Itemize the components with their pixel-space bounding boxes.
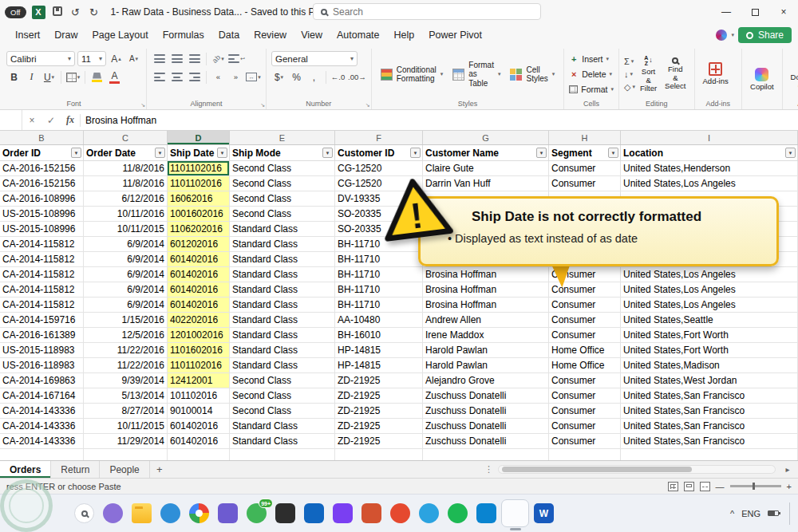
align-middle-button[interactable] — [169, 51, 184, 67]
cell[interactable]: Second Class — [230, 176, 335, 191]
cell[interactable]: Consumer — [549, 328, 621, 343]
taskbar-search-icon[interactable] — [74, 503, 94, 523]
cell[interactable]: 601202016 — [168, 237, 230, 252]
column-header-H[interactable]: Segment▼ — [549, 145, 621, 161]
search-input[interactable] — [333, 6, 533, 18]
cell[interactable]: 601402016 — [168, 267, 230, 282]
cell[interactable]: United States,Los Angeles — [621, 298, 798, 313]
copilot-icon[interactable] — [103, 503, 123, 523]
increase-font-size-button[interactable]: A▴ — [109, 51, 124, 67]
comma-style-button[interactable]: , — [306, 69, 322, 85]
cell[interactable]: ZD-21925 — [335, 388, 423, 404]
hidden-icons-chevron[interactable]: ^ — [730, 509, 734, 518]
cell[interactable]: 11/8/2016 — [84, 176, 168, 191]
cell[interactable] — [549, 449, 621, 460]
cell[interactable]: 601402016 — [168, 419, 230, 434]
cell[interactable]: 1/15/2016 — [84, 313, 168, 328]
cell[interactable]: Home Office — [549, 343, 621, 358]
page-break-view-button[interactable] — [700, 482, 710, 491]
filter-button[interactable]: ▼ — [155, 148, 165, 158]
normal-view-button[interactable] — [668, 482, 678, 491]
zoom-slider[interactable] — [730, 485, 781, 487]
sheet-tab-orders[interactable]: Orders — [0, 461, 51, 478]
snipping-tool-icon[interactable] — [218, 503, 238, 523]
column-letter-E[interactable]: E — [230, 131, 335, 144]
cell[interactable]: Zuschuss Donatelli — [423, 434, 549, 449]
file-explorer-icon[interactable] — [132, 503, 152, 523]
cell[interactable]: Consumer — [549, 313, 621, 328]
cell[interactable]: United States,San Francisco — [621, 388, 798, 404]
filter-button[interactable]: ▼ — [608, 148, 618, 158]
minimize-button[interactable]: — — [712, 0, 741, 24]
decrease-indent-button[interactable]: « — [211, 69, 226, 85]
cell[interactable]: 601402016 — [168, 252, 230, 267]
cell[interactable]: 9/39/2014 — [84, 373, 168, 388]
cell[interactable]: United States,Seattle — [621, 313, 798, 328]
increase-indent-button[interactable]: » — [228, 69, 243, 85]
cell[interactable]: 11/22/2016 — [84, 343, 168, 358]
merge-center-button[interactable]: ↔▾ — [246, 69, 261, 85]
cell[interactable]: Consumer — [549, 161, 621, 176]
zoom-slider-thumb[interactable] — [753, 483, 755, 490]
align-center-button[interactable] — [169, 69, 184, 85]
cell[interactable]: ZD-21925 — [335, 373, 423, 388]
cell[interactable]: 16062016 — [168, 191, 230, 207]
cell[interactable]: 12/5/2016 — [84, 328, 168, 343]
cell[interactable]: Consumer — [549, 419, 621, 434]
cell[interactable]: 402202016 — [168, 313, 230, 328]
cell[interactable]: 6/9/2014 — [84, 298, 168, 313]
page-layout-view-button[interactable] — [684, 482, 694, 491]
cell[interactable] — [621, 449, 798, 460]
cell[interactable] — [423, 449, 549, 460]
ribbon-tab-page-layout[interactable]: Page Layout — [85, 26, 155, 44]
cell[interactable]: United States,Madison — [621, 358, 798, 373]
cell[interactable]: Harold Pawlan — [423, 343, 549, 358]
font-size-select[interactable]: 11▾ — [77, 51, 106, 66]
cell[interactable]: Standard Class — [230, 282, 335, 298]
cell[interactable] — [0, 449, 84, 460]
enter-check-icon[interactable]: ✓ — [41, 115, 61, 126]
column-header-F[interactable]: Customer ID▼ — [335, 145, 423, 161]
borders-button[interactable]: ▾ — [65, 69, 81, 85]
cell[interactable]: United States,Los Angeles — [621, 267, 798, 282]
cell[interactable]: United States,Fort Worth — [621, 328, 798, 343]
sheet-tab-return[interactable]: Return — [51, 461, 100, 478]
clipchamp-icon[interactable] — [333, 503, 353, 523]
column-letter-B[interactable]: B — [0, 131, 84, 144]
cell[interactable]: Standard Class — [230, 328, 335, 343]
cell[interactable]: Consumer — [549, 176, 621, 191]
search-bar[interactable] — [313, 3, 541, 20]
cell[interactable]: United States,Henderson — [621, 161, 798, 176]
cell[interactable]: Brosina Hoffman — [423, 267, 549, 282]
ribbon-tab-insert[interactable]: Insert — [8, 26, 47, 44]
ribbon-tab-formulas[interactable]: Formulas — [156, 26, 211, 44]
cell[interactable]: HP-14815 — [335, 343, 423, 358]
cell[interactable]: 8/27/2014 — [84, 404, 168, 419]
scroll-right-button[interactable]: ▸ — [780, 465, 795, 474]
cell[interactable]: Second Class — [230, 388, 335, 404]
percent-style-button[interactable]: % — [289, 69, 304, 85]
cell[interactable]: 6/9/2014 — [84, 267, 168, 282]
cell[interactable]: BH-11710 — [335, 267, 423, 282]
telegram-icon[interactable] — [419, 503, 439, 523]
clear-button[interactable]: ◇▾ — [624, 81, 635, 93]
dialog-launcher-icon[interactable]: ↘ — [365, 102, 370, 108]
cell[interactable]: 1101602016 — [168, 343, 230, 358]
cell[interactable]: Standard Class — [230, 222, 335, 237]
cell[interactable]: CA-2016-152156 — [0, 176, 84, 191]
cell[interactable]: 90100014 — [168, 404, 230, 419]
cell[interactable]: BH-11710 — [335, 252, 423, 267]
ribbon-tab-help[interactable]: Help — [387, 26, 422, 44]
cell[interactable]: CA-2014-143336 — [0, 434, 84, 449]
redo-icon[interactable]: ↻ — [88, 6, 101, 18]
column-letter-C[interactable]: C — [84, 131, 168, 144]
user-presence-icon[interactable] — [716, 30, 727, 41]
cell[interactable]: Standard Class — [230, 298, 335, 313]
column-letter-F[interactable]: F — [335, 131, 423, 144]
name-box[interactable] — [0, 110, 22, 130]
cell[interactable]: 11/29/2014 — [84, 434, 168, 449]
ribbon-tab-automate[interactable]: Automate — [330, 26, 387, 44]
cancel-icon[interactable]: × — [22, 115, 41, 126]
photos-icon[interactable] — [189, 503, 209, 523]
orientation-button[interactable]: ab▾ — [211, 51, 226, 67]
